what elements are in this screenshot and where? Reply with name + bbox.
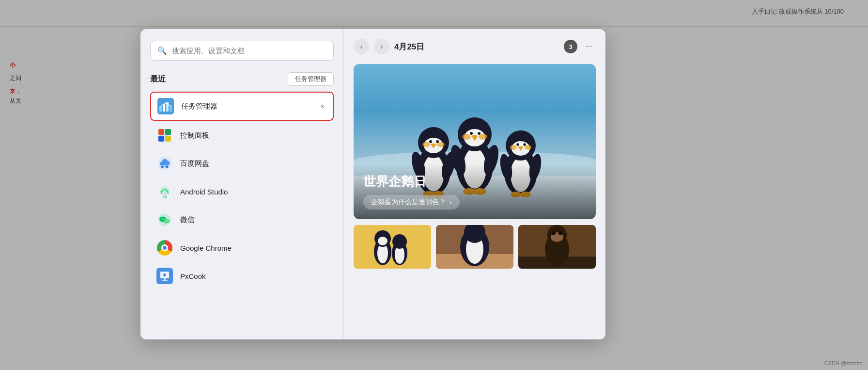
baiducloud-icon xyxy=(156,155,173,172)
app-item-wechat[interactable]: 微信 xyxy=(150,206,334,233)
svg-point-59 xyxy=(462,134,471,140)
app-item-androidstudio[interactable]: AS Android Studio xyxy=(150,178,334,205)
app-name-controlpanel: 控制面板 xyxy=(180,131,328,140)
left-panel: 🔍 最近 任务管理器 xyxy=(140,29,344,339)
svg-point-87 xyxy=(392,234,407,249)
svg-rect-9 xyxy=(158,136,164,142)
svg-point-26 xyxy=(161,219,162,220)
search-input[interactable] xyxy=(172,47,326,55)
svg-point-73 xyxy=(523,143,526,146)
calendar-next-button[interactable]: › xyxy=(374,39,389,54)
section-title: 最近 xyxy=(150,74,166,84)
svg-point-57 xyxy=(470,132,473,135)
app-name-taskmanager: 任务管理器 xyxy=(181,102,310,111)
app-item-taskmanager[interactable]: 任务管理器 ✕ xyxy=(150,92,334,121)
news-main-title: 世界企鹅日 xyxy=(363,173,586,190)
controlpanel-icon xyxy=(156,127,173,144)
calendar-prev-button[interactable]: ‹ xyxy=(354,39,369,54)
svg-point-18 xyxy=(162,191,164,192)
news-subtitle-text: 企鹅蛋为什么是透明色？ xyxy=(371,198,446,207)
svg-rect-7 xyxy=(158,129,164,135)
thumbnail-2[interactable] xyxy=(436,225,513,269)
svg-point-44 xyxy=(422,142,430,147)
pxcook-icon xyxy=(156,267,173,285)
chrome-icon xyxy=(156,239,173,257)
svg-point-25 xyxy=(164,219,170,224)
app-item-chrome[interactable]: Google Chrome xyxy=(150,234,334,261)
svg-point-60 xyxy=(479,134,487,140)
svg-point-28 xyxy=(166,221,167,222)
svg-point-72 xyxy=(516,143,519,146)
svg-point-29 xyxy=(167,221,168,222)
news-subtitle-button[interactable]: 企鹅蛋为什么是透明色？ › xyxy=(363,195,460,209)
close-taskmanager-button[interactable]: ✕ xyxy=(317,101,327,111)
app-item-baiducloud[interactable]: 百度网盘 xyxy=(150,150,334,177)
search-bar[interactable]: 🔍 xyxy=(150,41,334,61)
svg-rect-10 xyxy=(165,136,171,142)
news-overlay: 世界企鹅日 企鹅蛋为什么是透明色？ › xyxy=(354,163,596,219)
svg-point-27 xyxy=(163,219,164,220)
svg-rect-8 xyxy=(165,129,171,135)
app-name-chrome: Google Chrome xyxy=(180,244,328,252)
app-name-androidstudio: Android Studio xyxy=(180,188,328,196)
svg-rect-32 xyxy=(162,280,168,281)
svg-point-42 xyxy=(429,140,432,143)
calendar-header: ‹ › 4月25日 3 ··· xyxy=(354,39,596,54)
recent-badge-button[interactable]: 任务管理器 xyxy=(288,72,334,86)
thumbnail-1[interactable] xyxy=(354,225,431,269)
taskmanager-icon xyxy=(157,97,174,115)
start-menu: 🔍 最近 任务管理器 xyxy=(140,29,605,339)
svg-text:AS: AS xyxy=(162,195,167,198)
search-icon: 🔍 xyxy=(157,46,167,55)
svg-point-34 xyxy=(163,273,166,276)
svg-point-98 xyxy=(552,231,556,235)
svg-point-74 xyxy=(510,145,517,150)
svg-rect-80 xyxy=(354,225,431,269)
thumbnail-3[interactable] xyxy=(518,225,596,269)
wechat-icon xyxy=(156,211,173,228)
app-list: 任务管理器 ✕ 控制面板 xyxy=(150,92,334,290)
app-name-baiducloud: 百度网盘 xyxy=(180,159,328,168)
right-panel: ‹ › 4月25日 3 ··· xyxy=(344,29,605,339)
app-name-pxcook: PxCook xyxy=(180,272,328,280)
section-header: 最近 任务管理器 xyxy=(150,72,334,86)
svg-point-58 xyxy=(478,132,480,135)
news-main-card[interactable]: 世界企鹅日 企鹅蛋为什么是透明色？ › xyxy=(354,64,596,219)
calendar-date: 4月25日 xyxy=(394,41,559,52)
news-arrow-icon: › xyxy=(450,198,452,206)
svg-point-75 xyxy=(525,145,531,150)
svg-point-45 xyxy=(437,142,445,147)
svg-point-99 xyxy=(558,231,562,235)
thumbnail-row xyxy=(354,225,596,269)
app-item-pxcook[interactable]: PxCook xyxy=(150,262,334,290)
svg-point-19 xyxy=(166,191,168,192)
calendar-more-button[interactable]: ··· xyxy=(582,40,596,53)
app-item-controlpanel[interactable]: 控制面板 xyxy=(150,122,334,149)
calendar-badge: 3 xyxy=(564,40,577,53)
svg-point-84 xyxy=(378,237,388,245)
app-name-wechat: 微信 xyxy=(180,215,328,225)
svg-rect-4 xyxy=(170,105,172,112)
androidstudio-icon: AS xyxy=(156,183,173,200)
svg-rect-33 xyxy=(164,278,166,280)
